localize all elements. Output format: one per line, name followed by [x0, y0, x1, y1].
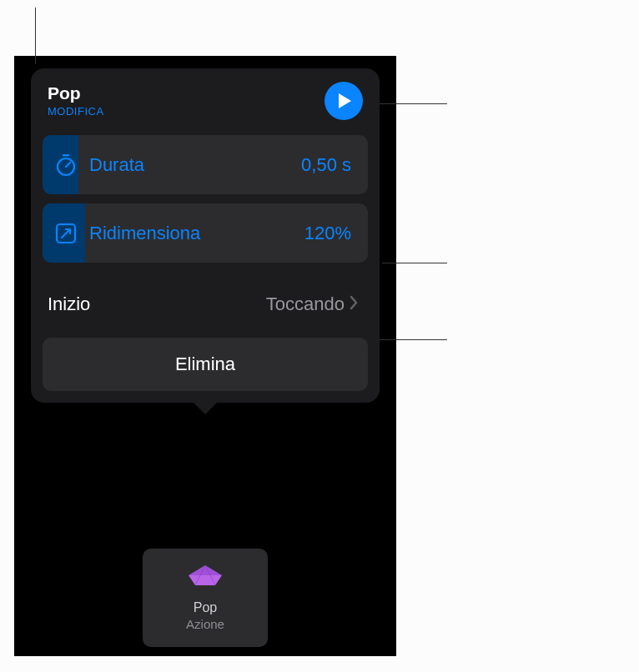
chevron-right-icon [350, 295, 358, 313]
stopwatch-icon [43, 153, 89, 177]
expand-icon [43, 223, 89, 244]
effect-title: Pop [48, 83, 104, 103]
effect-popover: Pop MODIFICA Durata 0,50 s [31, 68, 380, 403]
title-group: Pop MODIFICA [48, 83, 104, 118]
delete-label: Elimina [175, 354, 235, 375]
callout-line [382, 263, 447, 263]
start-row[interactable]: Inizio Toccando [43, 278, 368, 331]
svg-marker-5 [189, 565, 222, 575]
duration-label: Durata [89, 154, 301, 176]
play-button[interactable] [325, 82, 363, 120]
resize-label: Ridimensiona [89, 223, 304, 244]
popover-arrow [192, 401, 219, 414]
effect-preview-icon [185, 565, 225, 590]
duration-value: 0,50 s [301, 154, 351, 176]
tile-name: Pop [194, 600, 217, 615]
callout-line [35, 8, 36, 64]
effect-tile[interactable]: Pop Azione [143, 549, 268, 647]
duration-row[interactable]: Durata 0,50 s [43, 135, 368, 194]
effects-bar: Pop Azione [14, 539, 396, 656]
svg-marker-4 [189, 575, 222, 585]
svg-rect-0 [63, 154, 69, 157]
resize-value: 120% [304, 223, 351, 244]
resize-row[interactable]: Ridimensiona 120% [43, 203, 368, 263]
start-label: Inizio [48, 293, 266, 315]
edit-button[interactable]: MODIFICA [48, 105, 104, 118]
popover-header: Pop MODIFICA [43, 83, 368, 120]
delete-button[interactable]: Elimina [43, 338, 368, 391]
svg-line-2 [66, 163, 70, 167]
tile-subtitle: Azione [186, 617, 224, 631]
play-icon [338, 93, 353, 109]
start-value: Toccando [266, 293, 345, 315]
